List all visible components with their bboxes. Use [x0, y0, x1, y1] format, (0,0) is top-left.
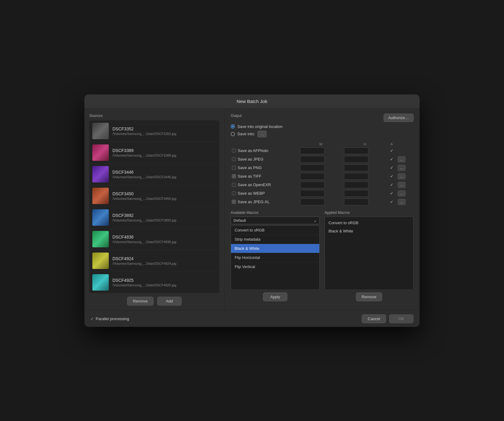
format-h-input[interactable]: [344, 199, 368, 205]
available-macros-label: Available Macros: [231, 210, 320, 215]
format-col-header: [231, 142, 299, 147]
format-h-input[interactable]: [344, 173, 368, 180]
format-dots-button[interactable]: …: [398, 199, 406, 205]
format-w-input[interactable]: [300, 173, 325, 180]
applied-macro-list: Convert to sRGBBlack & White: [325, 217, 413, 290]
format-checkbox[interactable]: [232, 200, 236, 204]
source-item-4836[interactable]: DSCF4836 /Volumes/Samsung_...2star/DSCF4…: [89, 228, 219, 250]
parallel-processing-row: ✓ Parallel processing: [91, 317, 129, 321]
source-info-3352: DSCF3352 /Volumes/Samsung_...2star/DSCF3…: [112, 126, 176, 136]
radio-into-dot[interactable]: [231, 132, 235, 136]
format-name: Save as JPEG-XL: [238, 200, 270, 204]
source-item-3450[interactable]: DSCF3450 /Volumes/Samsung_...2star/DSCF3…: [89, 185, 219, 207]
source-name-3352: DSCF3352: [112, 126, 176, 131]
available-macro-item[interactable]: Convert to sRGB: [231, 226, 319, 235]
extra-col-header: [396, 142, 413, 147]
ok-button[interactable]: OK: [389, 314, 413, 323]
new-batch-job-dialog: New Batch Job Sources DSCF3352 /Volumes/…: [84, 94, 420, 327]
radio-group: Save into original location Save into: …: [231, 124, 413, 137]
format-dots-button[interactable]: …: [398, 182, 406, 188]
format-a-cell: ✓: [387, 189, 396, 198]
add-source-button[interactable]: Add: [157, 297, 182, 306]
format-checkbox[interactable]: [232, 183, 236, 187]
format-check-cell: Save as PNG: [231, 164, 299, 172]
source-thumb-4836: [92, 231, 109, 247]
format-dots-button[interactable]: …: [398, 156, 406, 162]
radio-into-label: Save into:: [237, 132, 255, 136]
source-thumb-3389: [92, 144, 109, 161]
source-thumb-3352: [92, 123, 109, 139]
output-section: Output Authorize… Save into original loc…: [231, 114, 413, 137]
dialog-title: New Batch Job: [237, 99, 268, 104]
available-macro-item[interactable]: Strip metadata: [231, 235, 319, 244]
format-w-input[interactable]: [300, 147, 325, 154]
authorize-button[interactable]: Authorize…: [384, 114, 413, 122]
source-item-4924[interactable]: DSCF4924 /Volumes/Samsung_...2star/DSCF4…: [89, 250, 219, 272]
left-panel: Sources DSCF3352 /Volumes/Samsung_...2st…: [84, 109, 225, 310]
format-h-input[interactable]: [344, 147, 368, 154]
format-w-input[interactable]: [300, 156, 325, 163]
source-item-4925[interactable]: DSCF4925 /Volumes/Samsung_...2star/DSCF4…: [89, 272, 219, 293]
radio-into-row[interactable]: Save into: …: [231, 131, 413, 137]
format-dots-cell: …: [396, 172, 413, 181]
format-dots-button[interactable]: …: [398, 173, 406, 179]
apply-macro-button[interactable]: Apply: [263, 292, 287, 301]
source-path-3389: /Volumes/Samsung_...2star/DSCF3389.jpg: [112, 154, 176, 157]
dialog-wrapper: New Batch Job Sources DSCF3352 /Volumes/…: [0, 0, 504, 421]
macro-dropdown[interactable]: Default ⌄: [231, 217, 320, 224]
format-dots-cell: [396, 147, 413, 155]
format-w-cell: [299, 172, 343, 181]
source-name-3389: DSCF3389: [112, 148, 176, 153]
remove-source-button[interactable]: Remove: [127, 297, 153, 306]
format-h-input[interactable]: [344, 165, 368, 171]
format-row: Save as JPEG ✓ …: [231, 155, 413, 164]
source-name-4836: DSCF4836: [112, 235, 176, 239]
format-row: Save as TIFF ✓ …: [231, 172, 413, 181]
format-h-input[interactable]: [344, 182, 368, 188]
format-checkbox[interactable]: [232, 157, 236, 161]
available-macro-item[interactable]: Flip Horizontal: [231, 253, 319, 262]
format-h-input[interactable]: [344, 190, 368, 197]
output-title: Output: [231, 114, 242, 118]
format-dots-cell: …: [396, 181, 413, 189]
format-dots-button[interactable]: …: [398, 165, 406, 171]
applied-macro-item: Black & White: [325, 227, 413, 235]
source-item-3892[interactable]: DSCF3892 /Volumes/Samsung_...2star/DSCF3…: [89, 207, 219, 228]
a-col-header: A: [387, 142, 396, 147]
available-macro-actions: Apply: [231, 292, 320, 301]
format-h-input[interactable]: [344, 156, 368, 163]
format-w-cell: [299, 155, 343, 164]
source-item-3389[interactable]: DSCF3389 /Volumes/Samsung_...2star/DSCF3…: [89, 142, 219, 164]
radio-original-dot[interactable]: [231, 124, 235, 129]
source-item-3352[interactable]: DSCF3352 /Volumes/Samsung_...2star/DSCF3…: [89, 120, 219, 142]
format-w-input[interactable]: [300, 165, 325, 171]
dialog-buttons: Cancel OK: [362, 314, 413, 323]
format-check-cell: Save as TIFF: [231, 172, 299, 181]
source-path-4924: /Volumes/Samsung_...2star/DSCF4924.jpg: [112, 262, 176, 265]
sources-label: Sources: [89, 114, 219, 118]
format-w-input[interactable]: [300, 190, 325, 197]
remove-macro-button[interactable]: Remove: [356, 292, 382, 301]
macros-section: Available Macros Default ⌄ Convert to sR…: [231, 210, 413, 301]
source-path-3446: /Volumes/Samsung_...2star/DSCF3446.jpg: [112, 175, 176, 179]
format-a-cell: ✓: [387, 164, 396, 172]
format-a-cell: ✓: [387, 172, 396, 181]
format-checkbox[interactable]: [232, 191, 236, 195]
source-thumb-3450: [92, 188, 109, 204]
format-checkbox[interactable]: [232, 166, 236, 170]
parallel-check-icon: ✓: [91, 317, 94, 321]
radio-original-row[interactable]: Save into original location: [231, 124, 413, 129]
available-macro-item[interactable]: Black & White: [231, 244, 319, 253]
cancel-button[interactable]: Cancel: [362, 314, 386, 323]
format-h-cell: [343, 155, 387, 164]
format-w-input[interactable]: [300, 182, 325, 188]
format-dots-button[interactable]: …: [398, 190, 406, 196]
available-macro-item[interactable]: Flip Vertical: [231, 262, 319, 271]
w-col-header: W: [299, 142, 343, 147]
format-checkbox[interactable]: [232, 174, 236, 178]
format-checkbox[interactable]: [232, 149, 236, 153]
save-into-dots-button[interactable]: …: [257, 131, 267, 137]
source-name-4925: DSCF4925: [112, 278, 176, 283]
source-item-3446[interactable]: DSCF3446 /Volumes/Samsung_...2star/DSCF3…: [89, 164, 219, 185]
format-w-input[interactable]: [300, 199, 325, 205]
